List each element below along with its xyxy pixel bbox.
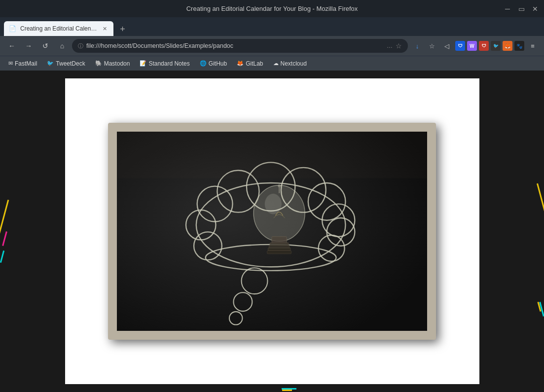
firefox-icon[interactable]: 🦊 xyxy=(503,41,512,51)
bookmark-nextcloud[interactable]: ☁ Nextcloud xyxy=(270,59,310,69)
left-decoration xyxy=(0,71,10,392)
ext6-icon[interactable]: 🐾 xyxy=(514,41,524,51)
bookmark-gitlab[interactable]: 🦊 GitLab xyxy=(233,59,266,69)
chalkboard-image xyxy=(108,123,436,340)
bottom-decoration xyxy=(272,385,292,392)
deco-cyan-left xyxy=(0,250,4,263)
svg-rect-20 xyxy=(269,245,290,248)
svg-point-17 xyxy=(265,194,282,214)
tweetdeck-icon: 🐦 xyxy=(47,60,54,67)
bookmark-star-icon[interactable]: ☆ xyxy=(396,42,402,50)
address-text: file:///home/scott/Documents/Slides/Exam… xyxy=(86,42,384,49)
bookmark-standard-notes-label: Standard Notes xyxy=(148,60,189,67)
bookmark-github-label: GitHub xyxy=(209,60,227,67)
bookmark-tweetdeck[interactable]: 🐦 TweetDeck xyxy=(43,59,88,69)
deco-yellow-left xyxy=(0,200,9,238)
tab-close-button[interactable]: ✕ xyxy=(101,25,109,33)
deco-yellow-bottom xyxy=(282,390,292,391)
tab-favicon: 📄 xyxy=(9,25,16,32)
bookmarks-bar: ✉ FastMail 🐦 TweetDeck 🐘 Mastodon 📝 Stan… xyxy=(0,56,544,71)
new-tab-button[interactable]: + xyxy=(115,22,129,36)
window-title: Creating an Editorial Calendar for Your … xyxy=(186,5,358,12)
pocket-button[interactable]: ◁ xyxy=(440,39,453,52)
close-button[interactable]: ✕ xyxy=(531,5,539,13)
navigation-bar: ← → ↺ ⌂ ⓘ file:///home/scott/Documents/S… xyxy=(0,36,544,56)
gitlab-icon: 🦊 xyxy=(237,60,244,67)
standard-notes-icon: 📝 xyxy=(140,60,146,67)
deco-yellow-right xyxy=(537,183,544,217)
browser-content xyxy=(0,71,544,392)
more-options-icon: … xyxy=(387,42,393,49)
active-tab[interactable]: 📄 Creating an Editorial Calen… ✕ xyxy=(4,21,113,36)
svg-point-29 xyxy=(278,184,281,187)
bookmark-fastmail[interactable]: ✉ FastMail xyxy=(5,59,40,69)
chalk-drawing xyxy=(117,132,427,337)
bookmark-mastodon[interactable]: 🐘 Mastodon xyxy=(92,59,134,69)
bitwarden-icon[interactable]: 🛡 xyxy=(455,41,465,51)
right-decoration xyxy=(534,71,544,392)
svg-rect-30 xyxy=(117,132,427,178)
tab-bar: 📄 Creating an Editorial Calen… ✕ + xyxy=(0,17,544,36)
bookmark-nextcloud-label: Nextcloud xyxy=(281,60,307,67)
maximize-button[interactable]: ▭ xyxy=(517,5,525,13)
titlebar: Creating an Editorial Calendar for Your … xyxy=(0,0,544,17)
bookmark-mastodon-label: Mastodon xyxy=(104,60,130,67)
forward-button[interactable]: → xyxy=(22,39,36,53)
bookmarks-button[interactable]: ☆ xyxy=(426,39,438,52)
address-bar[interactable]: ⓘ file:///home/scott/Documents/Slides/Ex… xyxy=(72,39,408,53)
back-button[interactable]: ← xyxy=(5,39,19,53)
mastodon-icon: 🐘 xyxy=(95,60,102,67)
bookmark-github[interactable]: 🌐 GitHub xyxy=(196,59,230,69)
bookmark-gitlab-label: GitLab xyxy=(246,60,263,67)
toolbar-extras: ↓ ☆ ◁ 🛡 W 🛡 🐦 🦊 🐾 ≡ xyxy=(411,39,539,52)
window-controls: ─ ▭ ✕ xyxy=(504,5,539,13)
menu-button[interactable]: ≡ xyxy=(526,39,539,52)
download-button[interactable]: ↓ xyxy=(411,39,424,52)
svg-point-16 xyxy=(254,185,305,242)
home-button[interactable]: ⌂ xyxy=(55,39,69,53)
bookmark-fastmail-label: FastMail xyxy=(15,60,37,67)
bookmark-standard-notes[interactable]: 📝 Standard Notes xyxy=(136,59,193,69)
bookmark-tweetdeck-label: TweetDeck xyxy=(56,60,85,67)
nextcloud-icon: ☁ xyxy=(273,60,279,67)
github-icon: 🌐 xyxy=(200,60,207,67)
ext4-icon[interactable]: 🐦 xyxy=(491,41,501,51)
reload-button[interactable]: ↺ xyxy=(38,39,52,53)
ublock-icon[interactable]: 🛡 xyxy=(479,41,489,51)
fastmail-icon: ✉ xyxy=(8,60,13,67)
kagi-icon[interactable]: W xyxy=(467,41,477,51)
slide-area xyxy=(65,78,479,384)
deco-pink-left xyxy=(2,231,7,246)
svg-rect-22 xyxy=(267,250,291,254)
minimize-button[interactable]: ─ xyxy=(504,5,511,13)
tab-title: Creating an Editorial Calen… xyxy=(20,25,97,32)
security-icon: ⓘ xyxy=(78,42,83,50)
